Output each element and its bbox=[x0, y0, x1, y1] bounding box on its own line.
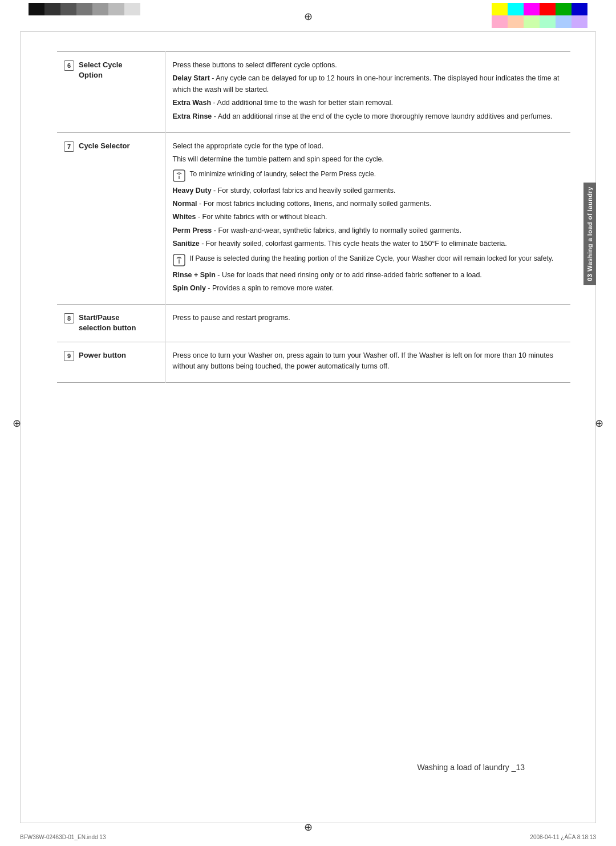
svg-point-5 bbox=[179, 258, 180, 260]
color-swatch bbox=[29, 3, 44, 15]
color-swatch bbox=[108, 3, 124, 15]
color-swatch bbox=[508, 15, 524, 28]
bold-term: Perm Press bbox=[173, 226, 212, 234]
footer-filename: BFW36W-02463D-01_EN.indd 13 bbox=[20, 834, 106, 840]
content-cell-9: Press once to turn your Washer on, press… bbox=[165, 342, 570, 383]
note-icon bbox=[173, 169, 185, 182]
table-row: 9 Power button Press once to turn your W… bbox=[57, 342, 570, 383]
page-footer: BFW36W-02463D-01_EN.indd 13 2008-04-11 ¿… bbox=[20, 834, 596, 840]
color-swatch bbox=[92, 3, 108, 15]
top-bar: ⊕ bbox=[0, 0, 616, 23]
table-row: 7 Cycle Selector Select the appropriate … bbox=[57, 132, 570, 304]
item-number-8: 8 bbox=[64, 313, 74, 323]
content-text: Sanitize - For heavily soiled, colorfast… bbox=[173, 238, 564, 249]
color-swatch bbox=[76, 3, 92, 15]
color-swatch bbox=[124, 3, 140, 15]
crosshair-left: ⊕ bbox=[13, 417, 21, 430]
color-swatch bbox=[44, 3, 60, 15]
content-text: Perm Press - For wash-and-wear, syntheti… bbox=[173, 225, 564, 236]
content-text: Spin Only - Provides a spin to remove mo… bbox=[173, 283, 564, 294]
content-cell-7: Select the appropriate cycle for the typ… bbox=[165, 132, 570, 304]
bold-term: Extra Wash bbox=[173, 99, 212, 107]
footer-date: 2008-04-11 ¿ÀÈA 8:18:13 bbox=[530, 834, 596, 840]
main-content: 6 Select CycleOption Press these buttons… bbox=[57, 51, 570, 800]
content-text: Rinse + Spin - Use for loads that need r… bbox=[173, 270, 564, 281]
item-label-6: Select CycleOption bbox=[79, 60, 123, 80]
content-text: Extra Wash - Add additional time to the … bbox=[173, 98, 564, 108]
content-text: Heavy Duty - For sturdy, colorfast fabri… bbox=[173, 185, 564, 196]
label-inner: 6 Select CycleOption bbox=[64, 60, 159, 80]
crosshair-right: ⊕ bbox=[595, 417, 603, 430]
item-number-7: 7 bbox=[64, 141, 74, 152]
bold-term: Delay Start bbox=[173, 74, 210, 82]
content-text: Delay Start - Any cycle can be delayed f… bbox=[173, 73, 564, 95]
color-swatch bbox=[60, 3, 76, 15]
bold-term: Normal bbox=[173, 200, 197, 208]
item-label-9: Power button bbox=[79, 350, 126, 361]
item-label-7: Cycle Selector bbox=[79, 141, 130, 151]
page-border-top bbox=[20, 31, 596, 32]
label-cell-6: 6 Select CycleOption bbox=[57, 52, 165, 133]
side-tab: 03 Washing a load of laundry bbox=[583, 183, 596, 285]
table-row: 6 Select CycleOption Press these buttons… bbox=[57, 52, 570, 133]
content-text: Press these buttons to select different … bbox=[173, 60, 564, 71]
color-swatch bbox=[572, 3, 587, 15]
item-label-8: Start/Pauseselection button bbox=[79, 313, 136, 333]
bold-term: Extra Rinse bbox=[173, 112, 212, 120]
color-swatch bbox=[572, 15, 587, 28]
page-number: 13 bbox=[516, 763, 525, 772]
content-text: This will determine the tumble pattern a… bbox=[173, 154, 564, 165]
color-swatch bbox=[524, 3, 540, 15]
item-number-6: 6 bbox=[64, 60, 74, 71]
bold-term: Sanitize bbox=[173, 240, 200, 248]
note-box: To minimize wrinkling of laundry, select… bbox=[173, 169, 564, 182]
content-text: Whites - For white fabrics with or witho… bbox=[173, 212, 564, 222]
page-number-area: Washing a load of laundry _13 bbox=[417, 763, 525, 772]
color-swatch bbox=[556, 15, 572, 28]
content-text: Normal - For most fabrics including cott… bbox=[173, 199, 564, 209]
color-swatch bbox=[508, 3, 524, 15]
svg-point-2 bbox=[179, 174, 180, 175]
side-tab-text: 03 Washing a load of laundry bbox=[586, 187, 593, 281]
content-text: Press once to turn your Washer on, press… bbox=[173, 350, 564, 373]
table-row: 8 Start/Pauseselection button Press to p… bbox=[57, 305, 570, 342]
item-number-9: 9 bbox=[64, 351, 74, 361]
crosshair-bottom: ⊕ bbox=[304, 821, 313, 833]
label-cell-9: 9 Power button bbox=[57, 342, 165, 383]
content-text: Press to pause and restart programs. bbox=[173, 313, 564, 323]
note-text-2: If Pause is selected during the heating … bbox=[190, 253, 554, 264]
bold-term: Whites bbox=[173, 213, 196, 221]
crosshair-top: ⊕ bbox=[304, 10, 313, 23]
bold-term: Rinse + Spin bbox=[173, 271, 216, 279]
label-inner: 7 Cycle Selector bbox=[64, 141, 159, 152]
bold-term: Heavy Duty bbox=[173, 187, 212, 195]
color-swatch bbox=[540, 3, 556, 15]
content-text: Extra Rinse - Add an additional rinse at… bbox=[173, 111, 564, 122]
color-swatch bbox=[492, 3, 508, 15]
color-blocks-left bbox=[29, 3, 140, 15]
content-cell-8: Press to pause and restart programs. bbox=[165, 305, 570, 342]
color-swatch bbox=[524, 15, 540, 28]
color-swatch bbox=[492, 15, 508, 28]
color-swatch bbox=[540, 15, 556, 28]
info-table: 6 Select CycleOption Press these buttons… bbox=[57, 51, 570, 383]
note-icon-2 bbox=[173, 254, 185, 266]
label-cell-7: 7 Cycle Selector bbox=[57, 132, 165, 304]
label-cell-8: 8 Start/Pauseselection button bbox=[57, 305, 165, 342]
label-inner: 9 Power button bbox=[64, 350, 159, 361]
color-blocks-right bbox=[492, 3, 587, 28]
content-text: Select the appropriate cycle for the typ… bbox=[173, 141, 564, 152]
content-cell-6: Press these buttons to select different … bbox=[165, 52, 570, 133]
bold-term: Spin Only bbox=[173, 284, 206, 292]
chapter-label: Washing a load of laundry _ bbox=[417, 763, 516, 772]
note-box-2: If Pause is selected during the heating … bbox=[173, 253, 564, 266]
color-swatch bbox=[556, 3, 572, 15]
note-text: To minimize wrinkling of laundry, select… bbox=[190, 169, 376, 179]
label-inner: 8 Start/Pauseselection button bbox=[64, 313, 159, 333]
